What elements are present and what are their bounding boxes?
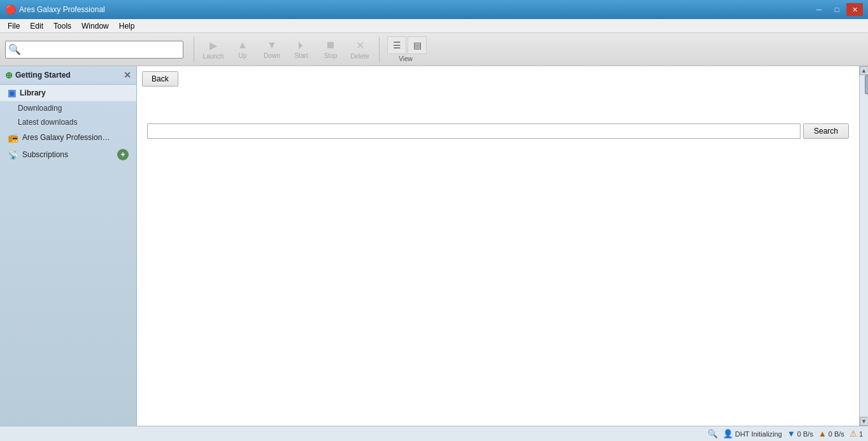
title-bar: 🔴 Ares Galaxy Professional ─ □ ✕	[0, 0, 868, 19]
up-button[interactable]: ▲ Up	[229, 36, 257, 64]
library-label: Library	[20, 88, 46, 97]
status-upload-speed: ▲ 0 B/s	[818, 429, 844, 438]
delete-icon: ✕	[356, 39, 364, 52]
down-button[interactable]: ▼ Down	[258, 36, 286, 64]
dht-label: DHT Initializing	[735, 430, 782, 438]
scroll-down-arrow[interactable]: ▼	[860, 417, 869, 426]
down-label: Down	[264, 52, 280, 59]
stop-button[interactable]: ⏹ Stop	[317, 36, 345, 64]
download-speed-value: 0 B/s	[797, 430, 813, 438]
status-bar: 🔍 👤 DHT Initializing ▼ 0 B/s ▲ 0 B/s ⚠ 1	[0, 426, 868, 441]
status-warning: ⚠ 1	[850, 429, 863, 438]
content-search-button[interactable]: Search	[803, 123, 849, 139]
scroll-up-arrow[interactable]: ▲	[860, 66, 869, 75]
menu-help[interactable]: Help	[114, 20, 140, 32]
down-icon: ▼	[267, 39, 277, 51]
menu-edit[interactable]: Edit	[25, 20, 48, 32]
back-button[interactable]: Back	[142, 71, 178, 87]
subscriptions-label: Subscriptions	[22, 150, 68, 159]
download-arrow-icon: ▼	[787, 429, 795, 438]
menu-window[interactable]: Window	[76, 20, 114, 32]
menu-file[interactable]: File	[3, 20, 25, 32]
warning-count: 1	[859, 430, 863, 438]
sidebar-getting-started[interactable]: ⊕ Getting Started ✕	[0, 66, 136, 85]
getting-started-label: Getting Started	[15, 71, 71, 80]
start-label: Start	[294, 52, 308, 59]
content-inner: Back Search	[137, 66, 859, 426]
subscriptions-icon: 📡	[8, 150, 18, 160]
subscriptions-add-button[interactable]: +	[117, 149, 129, 160]
ares-galaxy-icon: 📻	[8, 132, 18, 143]
start-button[interactable]: ⏵ Start	[287, 36, 315, 64]
sidebar-item-subscriptions[interactable]: 📡 Subscriptions +	[0, 146, 136, 164]
magnifier-icon: 🔍	[708, 429, 718, 438]
minimize-button[interactable]: ─	[811, 3, 827, 16]
title-bar-left: 🔴 Ares Galaxy Professional	[5, 4, 105, 15]
menu-bar: File Edit Tools Window Help	[0, 19, 868, 33]
scrollbar-right: ▲ ▼	[859, 66, 868, 426]
content-area: Back Search	[137, 66, 859, 426]
sidebar: ⊕ Getting Started ✕ ▣ Library Downloadin…	[0, 66, 137, 426]
sidebar-item-downloading[interactable]: Downloading	[0, 101, 136, 115]
restore-button[interactable]: □	[829, 3, 845, 16]
downloading-label: Downloading	[18, 104, 62, 113]
content-search-input[interactable]	[147, 123, 800, 139]
launch-button[interactable]: ▶ Launch	[199, 36, 227, 64]
getting-started-close-icon[interactable]: ✕	[124, 70, 131, 80]
up-icon: ▲	[238, 39, 248, 51]
title-controls: ─ □ ✕	[811, 3, 863, 16]
toolbar-separator-2	[379, 37, 380, 62]
toolbar: 🔍 ▶ Launch ▲ Up ▼ Down ⏵ Start ⏹ Stop ✕ …	[0, 33, 868, 66]
launch-label: Launch	[203, 53, 224, 60]
search-area: 🔍	[5, 41, 183, 59]
up-label: Up	[239, 52, 247, 59]
sidebar-item-latest-downloads[interactable]: Latest downloads	[0, 115, 136, 129]
scroll-thumb[interactable]	[865, 75, 869, 94]
main-layout: ⊕ Getting Started ✕ ▣ Library Downloadin…	[0, 66, 868, 426]
upload-speed-value: 0 B/s	[829, 430, 844, 438]
warning-icon: ⚠	[850, 429, 857, 438]
detail-view-button[interactable]: ▤	[408, 36, 427, 54]
view-label: View	[399, 55, 413, 62]
delete-label: Delete	[351, 53, 369, 60]
status-search-icon: 🔍	[708, 429, 718, 438]
view-btn-group: ☰ ▤	[387, 36, 427, 54]
menu-tools[interactable]: Tools	[48, 20, 76, 32]
status-download-speed: ▼ 0 B/s	[787, 429, 813, 438]
sidebar-item-ares-galaxy[interactable]: 📻 Ares Galaxy Professional R...	[0, 129, 136, 146]
ares-galaxy-label: Ares Galaxy Professional R...	[22, 133, 111, 142]
latest-downloads-label: Latest downloads	[18, 118, 77, 127]
close-button[interactable]: ✕	[846, 3, 863, 16]
search-icon: 🔍	[8, 43, 21, 55]
search-input[interactable]	[24, 45, 180, 54]
toolbar-btn-group: ▶ Launch ▲ Up ▼ Down ⏵ Start ⏹ Stop ✕ De…	[199, 36, 374, 64]
stop-label: Stop	[324, 52, 338, 59]
start-icon: ⏵	[296, 39, 306, 51]
search-bar-content: Search	[147, 123, 849, 139]
app-icon: 🔴	[5, 4, 15, 15]
launch-icon: ▶	[210, 39, 217, 52]
status-dht: 👤 DHT Initializing	[723, 429, 782, 438]
getting-started-icon: ⊕	[5, 70, 13, 80]
upload-arrow-icon: ▲	[818, 429, 827, 438]
toolbar-separator-1	[194, 37, 194, 62]
library-icon: ▣	[8, 88, 16, 98]
delete-button[interactable]: ✕ Delete	[346, 36, 374, 64]
list-view-button[interactable]: ☰	[387, 36, 406, 54]
sidebar-item-library[interactable]: ▣ Library	[0, 85, 136, 101]
title-text: Ares Galaxy Professional	[19, 5, 105, 14]
dht-icon: 👤	[723, 429, 733, 438]
stop-icon: ⏹	[325, 39, 336, 51]
